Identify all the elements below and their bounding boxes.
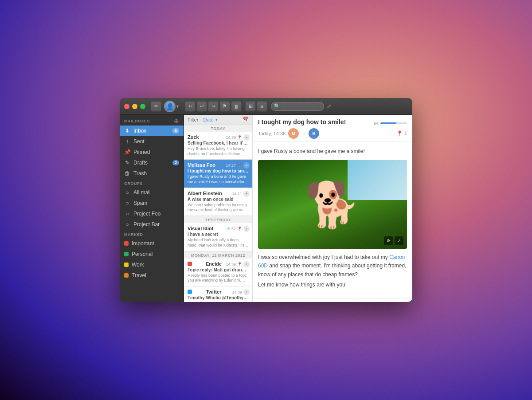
email-sender-encide: Encide (206, 261, 222, 267)
spam-icon: ○ (124, 200, 130, 206)
marked-header: MARKED (120, 230, 184, 238)
email-visual-icons: 19:52 📍 + (226, 226, 250, 232)
sidebar-item-spam[interactable]: ○ Spam (120, 198, 184, 208)
today-section: TODAY (184, 125, 252, 132)
email-content-title: I tought my dog how to smile! (258, 118, 346, 125)
email-body-intro: I gave Rusty a bone and he gave me a smi… (258, 147, 407, 156)
travel-label: Travel (132, 272, 179, 278)
email-item-encide[interactable]: Encide 14:39 📍 + Topic reply: Matt got d… (184, 259, 252, 286)
inbox-badge: 6 (172, 128, 179, 133)
email-sender-zuck: Zuck (188, 134, 199, 140)
sidebar-item-project-bar[interactable]: ○ Project Bar (120, 219, 184, 230)
close-button[interactable] (124, 104, 129, 109)
avatar-button[interactable]: 👤 (164, 101, 176, 112)
compose-button[interactable]: ✏ (151, 101, 161, 112)
minimize-button[interactable] (132, 104, 137, 109)
sidebar-item-project-foo[interactable]: ○ Project Foo (120, 208, 184, 219)
work-dot (124, 263, 129, 267)
expand-encide[interactable]: + (243, 261, 250, 267)
email-sign: Let me know how things are with you! (258, 282, 407, 288)
email-date: Today, 14:38 (258, 131, 286, 136)
info-icon[interactable]: ℹ (405, 130, 407, 137)
email-meta-left: Today, 14:38 M → B (258, 128, 319, 139)
pin-icon-encide: 📍 (237, 262, 242, 267)
email-sender-twitter: Twitter (206, 289, 221, 294)
sidebar-item-travel[interactable]: Travel (120, 270, 184, 281)
list-icon: ≡ (261, 104, 263, 109)
image-settings-button[interactable]: ⚙ (384, 236, 393, 245)
pinned-label: Pinned (133, 149, 179, 155)
date-filter[interactable]: Date (203, 117, 214, 122)
recipient-avatar: B (309, 128, 319, 139)
project-foo-label: Project Foo (133, 211, 179, 217)
monday-section: MONDAY, 12 MARCH 2012 (184, 251, 252, 259)
sidebar-item-trash[interactable]: 🗑 Trash (120, 168, 184, 179)
email-item-zuck[interactable]: Zuck 14:39 📍 + Selling Facebook, I hear … (184, 132, 252, 160)
maximize-button[interactable] (140, 104, 145, 109)
email-melissa-icons: 14:27 📍 + (226, 162, 250, 169)
email-content: I tought my dog how to smile! aA Today, … (253, 115, 412, 302)
resize-icon[interactable]: ⤢ (327, 103, 331, 110)
sidebar-add-icon[interactable]: ⊕ (174, 118, 179, 125)
dog-emoji: 🐕 (305, 182, 360, 227)
sidebar-item-work[interactable]: Work (120, 259, 184, 270)
expand-twitter[interactable]: + (243, 289, 250, 295)
email-item-twitter[interactable]: Twitter 14:39 + Timothy Wholio @Timothy … (184, 286, 252, 302)
reply-all-icon: ↩ (200, 103, 204, 109)
forward-button[interactable]: ↪ (208, 101, 219, 112)
email-meta: Today, 14:38 M → B 📍 ℹ (258, 128, 407, 139)
expand-melissa[interactable]: + (243, 162, 250, 169)
sidebar-item-all-mail[interactable]: ○ All mail (120, 187, 184, 198)
mailboxes-header: MAILBOXES (124, 119, 150, 123)
email-item-einstein[interactable]: Albert Einstein 14:11 + A wise man once … (184, 188, 252, 216)
sidebar-item-personal[interactable]: Personal (120, 249, 184, 259)
list-view-button[interactable]: ≡ (257, 101, 267, 112)
compose-icon: ✏ (154, 103, 158, 109)
expand-zuck[interactable]: + (243, 134, 250, 141)
flag-button[interactable]: ⚑ (219, 101, 230, 112)
yesterday-section: YESTERDAY (184, 216, 252, 223)
location-icon[interactable]: 📍 (396, 130, 403, 137)
grid-icon: ⊞ (249, 103, 253, 109)
email-time-einstein: 14:11 (232, 192, 242, 196)
info-icons: 📍 ℹ (396, 130, 407, 137)
email-time-twitter: 14:39 (232, 290, 242, 294)
email-time-melissa: 14:27 (226, 163, 236, 168)
main-body: MAILBOXES ⊕ ⬇ Inbox 6 ↑ Sent 📌 Pinned ✎ … (120, 115, 412, 302)
grid-view-button[interactable]: ⊞ (245, 101, 256, 112)
expand-visual[interactable]: + (243, 226, 250, 232)
groups-header: GROUPS (120, 179, 184, 187)
date-chevron-icon[interactable]: ▾ (215, 118, 218, 122)
delete-button[interactable]: 🗑 (231, 101, 242, 112)
pinned-icon: 📌 (124, 149, 130, 155)
sidebar-item-inbox[interactable]: ⬇ Inbox 6 (120, 125, 184, 136)
avatar-chevron-icon[interactable]: ▾ (176, 104, 179, 109)
email-subject-encide: Topic reply: Matt got drunk and failed (188, 267, 249, 272)
email-list-header: Filter · Date ▾ 📅 (184, 115, 252, 125)
project-bar-icon: ○ (124, 221, 130, 227)
email-twitter-icons: 14:39 + (232, 289, 250, 295)
reply-back-button[interactable]: ↩ (185, 101, 196, 112)
sidebar-item-sent[interactable]: ↑ Sent (120, 136, 184, 147)
calendar-icon[interactable]: 📅 (243, 117, 249, 122)
email-zuck-icons: 14:39 📍 + (226, 134, 250, 141)
sent-label: Sent (133, 138, 179, 145)
font-size-slider[interactable] (380, 122, 407, 124)
font-size-control: aA (374, 121, 407, 125)
sidebar-item-drafts[interactable]: ✎ Drafts 2 (120, 157, 184, 168)
twitter-brand-icon (188, 290, 192, 294)
image-fullscreen-button[interactable]: ⤢ (395, 236, 403, 245)
reply-back-icon: ↩ (188, 103, 192, 109)
sidebar-item-pinned[interactable]: 📌 Pinned (120, 147, 184, 157)
sidebar-item-important[interactable]: Important (120, 238, 184, 249)
spam-label: Spam (133, 200, 179, 206)
pin-icon-visual: 📍 (237, 227, 242, 231)
view-toolbar-group: ⊞ ≡ (245, 101, 267, 112)
expand-einstein[interactable]: + (243, 191, 250, 197)
email-sender-melissa: Melissa Foo (188, 162, 215, 168)
email-item-melissa[interactable]: Melissa Foo 14:27 📍 + I tought my dog ho… (184, 160, 252, 188)
encide-brand-icon (188, 262, 192, 266)
reply-all-button[interactable]: ↩ (196, 101, 207, 112)
search-box[interactable]: 🔍 (271, 102, 324, 111)
email-item-visual[interactable]: Visual Idiot 19:52 📍 + I have a secret M… (184, 223, 252, 251)
